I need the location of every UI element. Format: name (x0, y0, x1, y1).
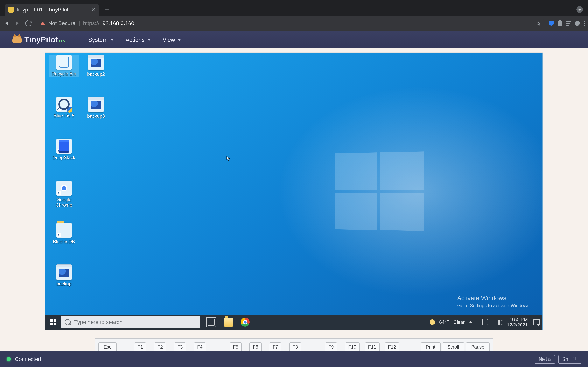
chevron-down-icon (147, 39, 151, 41)
key-print[interactable]: Print (421, 342, 441, 351)
key-f12[interactable]: F12 (385, 342, 399, 351)
shortcut-arrow-icon (57, 149, 61, 153)
search-icon (65, 319, 71, 325)
tinypilot-logo[interactable]: TinyPilot PRO (12, 35, 65, 44)
new-tab-button[interactable] (103, 5, 111, 14)
windows-start-icon (50, 319, 56, 325)
tray-icon-2[interactable] (487, 319, 493, 325)
key-scroll[interactable]: Scroll (442, 342, 464, 351)
tinypilot-pro-badge: PRO (59, 40, 65, 43)
windows-logo (335, 152, 424, 231)
reload-icon (24, 19, 33, 28)
desktop-icon-label: backup (49, 281, 78, 287)
taskbar-date: 12/2/2021 (507, 322, 528, 328)
desktop-icon-label: Google Chrome (49, 197, 78, 208)
back-button[interactable] (3, 20, 10, 27)
desktop-icon-deepstack[interactable]: DeepStack (49, 139, 78, 160)
action-center-icon[interactable] (533, 319, 540, 325)
status-bar: Connected Meta Shift (0, 351, 588, 367)
desktop-icon-google-chrome[interactable]: Google Chrome (49, 181, 78, 208)
weather-temp[interactable]: 64°F (439, 319, 449, 325)
desktop-icon-backup3[interactable]: backup3 (81, 97, 111, 119)
remote-screen[interactable]: Activate Windows Go to Settings to activ… (45, 53, 543, 330)
key-f1[interactable]: F1 (134, 342, 146, 351)
key-esc[interactable]: Esc (98, 342, 117, 351)
chrome-taskbar-icon[interactable] (241, 318, 250, 327)
desktop-icon-backup[interactable]: backup (49, 265, 78, 287)
file-explorer-icon[interactable] (224, 318, 233, 327)
desktop-icon-blueirisdb[interactable]: BlueIrisDB (49, 223, 78, 244)
task-view-icon[interactable] (206, 317, 216, 327)
browser-menu-icon[interactable] (584, 21, 585, 26)
activate-line2: Go to Settings to activate Windows. (457, 303, 531, 308)
chevron-down-icon (178, 39, 181, 41)
desktop-icon-blue-iris-5[interactable]: Blue Iris 5 (49, 97, 78, 118)
tinypilot-wordmark: TinyPilot (25, 35, 58, 44)
profile-avatar-icon[interactable] (575, 21, 580, 26)
desktop-icon-label: backup3 (81, 113, 111, 119)
tray-icon-1[interactable] (476, 319, 483, 325)
menu-actions-label: Actions (126, 36, 145, 43)
extensions-icon[interactable] (558, 21, 562, 26)
google-chrome-icon (56, 181, 71, 196)
key-f6[interactable]: F6 (250, 342, 261, 351)
taskbar-search[interactable]: Type here to search (61, 316, 200, 328)
key-f11[interactable]: F11 (365, 342, 379, 351)
shortcut-arrow-icon (57, 107, 61, 111)
desktop-icon-recycle-bin[interactable]: Recycle Bin (49, 55, 78, 76)
tab-title: tinypilot-01 - TinyPilot (17, 7, 89, 13)
key-pause[interactable]: Pause (466, 342, 490, 351)
volume-icon[interactable] (498, 320, 503, 325)
key-f2[interactable]: F2 (154, 342, 166, 351)
key-f7[interactable]: F7 (269, 342, 281, 351)
chevron-down-icon (111, 39, 114, 41)
weather-condition[interactable]: Clear (453, 319, 465, 325)
status-dot-icon (7, 357, 11, 361)
start-button[interactable] (45, 315, 61, 330)
tray-overflow-icon[interactable] (469, 321, 472, 323)
url-protocol-suffix: :// (95, 20, 99, 26)
media-controls-icon[interactable] (566, 20, 571, 26)
tab-favicon (8, 7, 14, 13)
menu-system[interactable]: System (88, 36, 114, 43)
key-f4[interactable]: F4 (194, 342, 206, 351)
modifier-pill-meta[interactable]: Meta (535, 355, 555, 364)
backup-icon (56, 265, 72, 280)
reload-button[interactable] (25, 20, 32, 27)
arrow-left-icon (5, 21, 8, 25)
svg-marker-0 (536, 22, 540, 25)
close-tab-icon[interactable] (91, 7, 96, 12)
key-f3[interactable]: F3 (174, 342, 186, 351)
key-f5[interactable]: F5 (230, 342, 242, 351)
arrow-right-icon (16, 21, 19, 25)
activate-line1: Activate Windows (457, 295, 531, 302)
taskbar-clock[interactable]: 9:50 PM 12/2/2021 (507, 317, 528, 328)
onscreen-keyboard: EscF1F2F3F4F5F6F7F8F9F10F11F12PrintScrol… (95, 338, 493, 351)
key-f10[interactable]: F10 (345, 342, 360, 351)
urlbar-separator: | (78, 20, 80, 26)
key-f9[interactable]: F9 (325, 342, 337, 351)
not-secure-icon (40, 21, 45, 25)
status-text: Connected (15, 356, 41, 362)
deepstack-icon (56, 139, 71, 154)
url-protocol: https (83, 20, 95, 26)
menu-view[interactable]: View (163, 36, 181, 43)
desktop-icon-backup2[interactable]: backup2 (81, 55, 111, 77)
weather-moon-icon (430, 319, 435, 325)
blue-iris-5-icon (56, 97, 71, 112)
extension-shield-icon[interactable] (549, 21, 554, 26)
url-host: 192.168.3.160 (99, 20, 134, 26)
browser-tab-active[interactable]: tinypilot-01 - TinyPilot (5, 4, 99, 16)
backup3-icon (88, 97, 104, 112)
not-secure-label: Not Secure (48, 20, 76, 26)
menu-view-label: View (163, 36, 175, 43)
menu-actions[interactable]: Actions (126, 36, 151, 43)
bookmark-star-icon[interactable] (536, 21, 541, 26)
address-bar[interactable]: Not Secure | https://192.168.3.160 (36, 18, 545, 29)
forward-button[interactable] (14, 20, 21, 27)
modifier-pill-shift[interactable]: Shift (558, 355, 581, 364)
browser-account-indicator[interactable] (576, 6, 583, 13)
menu-system-label: System (88, 36, 108, 43)
desktop-icon-label: Recycle Bin (49, 71, 78, 76)
key-f8[interactable]: F8 (289, 342, 301, 351)
